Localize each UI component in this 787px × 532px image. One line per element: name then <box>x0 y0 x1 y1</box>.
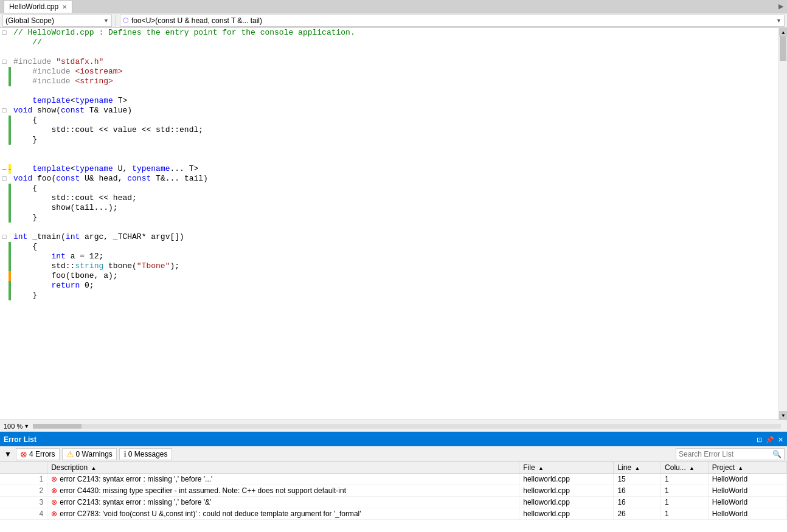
error-row-desc-3: ⊗ error C2143: syntax error : missing ',… <box>47 497 519 508</box>
messages-count-button[interactable]: ℹ 0 Messages <box>119 448 172 460</box>
code-line-5: #include <iostream> <box>9 67 778 77</box>
editor-scroll: □ □ □ — □ □ // HelloWorld.cpp : Defines … <box>0 28 787 420</box>
line-text-13 <box>11 145 778 154</box>
line-text-11: std::cout << value << std::endl; <box>11 125 778 135</box>
collapse-marker-5[interactable]: □ <box>0 232 9 242</box>
filter-dropdown-button[interactable]: ▼ <box>2 449 13 459</box>
vscroll-thumb[interactable] <box>780 36 786 61</box>
error-search-box[interactable]: 🔍 <box>676 448 785 460</box>
col-header-file[interactable]: File ▲ <box>519 462 614 474</box>
func-dropdown-arrow-icon: ▼ <box>776 18 782 24</box>
editor-gutter: □ □ □ — □ □ <box>0 28 9 420</box>
col-header-proj-sort-icon: ▲ <box>738 465 743 471</box>
error-row-line-1: 15 <box>614 474 661 485</box>
message-icon: ℹ <box>123 449 127 459</box>
line-text-9: void show(const T& value) <box>11 106 778 116</box>
search-icon: 🔍 <box>772 450 782 458</box>
editor-vscroll: ▲ ▼ <box>778 28 787 420</box>
table-row[interactable]: 1 ⊗ error C2143: syntax error : missing … <box>0 474 787 485</box>
scope-dropdown[interactable]: (Global Scope) ▼ <box>2 15 112 27</box>
error-row-desc-1: ⊗ error C2143: syntax error : missing ',… <box>47 474 519 485</box>
code-line-16: void foo(const U& head, const T&... tail… <box>9 174 778 184</box>
col-header-line-sort-icon: ▲ <box>634 465 640 471</box>
dash-marker[interactable]: — <box>9 164 11 173</box>
hscroll-thumb[interactable] <box>33 424 81 429</box>
code-line-19: show(tail...); <box>9 203 778 213</box>
line-text-24: int a = 12; <box>11 252 778 261</box>
collapse-marker-1[interactable]: □ <box>0 28 9 38</box>
zoom-arrow-icon[interactable]: ▼ <box>24 423 29 429</box>
vscroll-up-button[interactable]: ▲ <box>779 28 787 36</box>
hscroll-container[interactable] <box>30 420 783 432</box>
close-tab-button[interactable]: ✕ <box>62 4 67 10</box>
scope-bar: (Global Scope) ▼ ⬡ foo<U>(const U & head… <box>0 13 787 28</box>
line-text-18: std::cout << head; <box>11 193 778 203</box>
collapse-marker-3[interactable]: □ <box>0 106 9 116</box>
error-row-line-3: 16 <box>614 497 661 508</box>
collapse-marker-2[interactable]: □ <box>0 57 9 67</box>
code-line-23: { <box>9 242 778 252</box>
col-header-col[interactable]: Colu... ▲ <box>661 462 709 474</box>
code-line-26: foo(tbone, a); <box>9 271 778 281</box>
error-row-icon-3: ⊗ <box>51 498 57 506</box>
vscroll-down-button[interactable]: ▼ <box>779 411 787 420</box>
hscroll-track[interactable] <box>33 424 781 429</box>
error-panel-close-button[interactable]: ✕ <box>778 436 783 444</box>
error-row-num-4: 4 <box>0 508 47 520</box>
errors-count-button[interactable]: ⊗ 4 Errors <box>16 448 60 460</box>
error-row-icon-2: ⊗ <box>51 486 57 495</box>
col-header-project[interactable]: Project ▲ <box>708 462 786 474</box>
code-line-22: int _tmain(int argc, _TCHAR* argv[]) <box>9 232 778 242</box>
error-row-num-3: 3 <box>0 497 47 508</box>
code-line-10: { <box>9 116 778 125</box>
table-row[interactable]: 4 ⊗ error C2783: 'void foo(const U &,con… <box>0 508 787 520</box>
code-line-11: std::cout << value << std::endl; <box>9 125 778 135</box>
func-dropdown[interactable]: ⬡ foo<U>(const U & head, const T &... ta… <box>120 15 785 27</box>
collapse-marker-4[interactable]: □ <box>0 174 9 184</box>
tab-scroll-right-icon[interactable]: ▶ <box>778 2 783 10</box>
warnings-count-button[interactable]: ⚠ 0 Warnings <box>62 448 117 460</box>
error-search-input[interactable] <box>679 450 770 458</box>
error-panel-pin-button[interactable]: 📌 <box>766 436 774 444</box>
col-header-proj-label: Project <box>712 463 735 472</box>
col-header-file-label: File <box>523 463 535 472</box>
vscroll-track[interactable] <box>779 36 787 411</box>
line-text-7 <box>11 86 778 96</box>
line-text-19: show(tail...); <box>11 203 778 213</box>
error-panel-undock-button[interactable]: ⊡ <box>757 436 762 444</box>
code-line-6: #include <string> <box>9 77 778 86</box>
warning-icon: ⚠ <box>66 449 74 459</box>
col-header-line[interactable]: Line ▲ <box>614 462 661 474</box>
code-line-27: return 0; <box>9 281 778 291</box>
error-row-col-2: 1 <box>661 485 709 497</box>
table-row[interactable]: 3 ⊗ error C2143: syntax error : missing … <box>0 497 787 508</box>
line-text-16: void foo(const U& head, const T&... tail… <box>11 174 778 184</box>
error-panel: Error List ⊡ 📌 ✕ ▼ ⊗ 4 Errors ⚠ 0 Warnin… <box>0 432 787 532</box>
code-line-7 <box>9 86 778 96</box>
editor-area: □ □ □ — □ □ // HelloWorld.cpp : Defines … <box>0 28 787 432</box>
error-row-project-2: HelloWorld <box>708 485 786 497</box>
table-row[interactable]: 2 ⊗ error C4430: missing type specifier … <box>0 485 787 497</box>
scope-label: (Global Scope) <box>5 16 54 25</box>
code-line-15: template<typename U, typename... T> — <box>9 164 778 174</box>
line-text-2: // <box>11 38 778 47</box>
col-header-col-label: Colu... <box>665 463 686 472</box>
collapse-marker-dash[interactable]: — <box>0 164 9 174</box>
error-row-col-1: 1 <box>661 474 709 485</box>
error-row-desc-4: ⊗ error C2783: 'void foo(const U &,const… <box>47 508 519 520</box>
error-row-icon-4: ⊗ <box>51 510 57 518</box>
error-row-line-2: 16 <box>614 485 661 497</box>
error-row-file-3: helloworld.cpp <box>519 497 614 508</box>
code-line-25: std::string tbone("Tbone"); <box>9 261 778 271</box>
line-text-28: } <box>11 291 778 300</box>
file-tab[interactable]: HelloWorld.cpp ✕ <box>4 0 72 13</box>
line-text-6: #include <string> <box>11 77 778 86</box>
error-panel-header: Error List ⊡ 📌 ✕ <box>0 433 787 446</box>
col-header-description[interactable]: Description ▲ <box>47 462 519 474</box>
code-line-28: } <box>9 291 778 300</box>
code-line-14 <box>9 154 778 164</box>
code-line-17: { <box>9 184 778 193</box>
error-row-project-3: HelloWorld <box>708 497 786 508</box>
editor-lines[interactable]: // HelloWorld.cpp : Defines the entry po… <box>9 28 778 420</box>
error-row-project-1: HelloWorld <box>708 474 786 485</box>
